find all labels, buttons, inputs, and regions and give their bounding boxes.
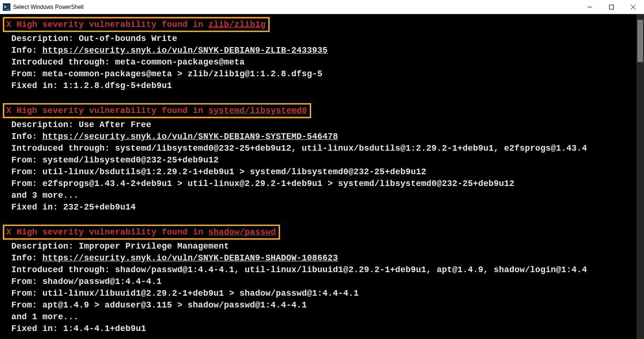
introduced-label: Introduced through: bbox=[11, 144, 115, 153]
info-line: Info: https://security.snyk.io/vuln/SNYK… bbox=[0, 131, 644, 143]
vuln-heading: X High severity vulnerability found in s… bbox=[3, 103, 311, 118]
from-path: From: meta-common-packages@meta > zlib/z… bbox=[11, 69, 322, 79]
from-path: From: apt@1.4.9 > adduser@3.115 > shadow… bbox=[11, 300, 307, 310]
from-path: From: shadow/passwd@1:4.4-4.1 bbox=[11, 277, 162, 286]
introduced-value: meta-common-packages@meta bbox=[115, 57, 245, 67]
info-url[interactable]: https://security.snyk.io/vuln/SNYK-DEBIA… bbox=[42, 253, 338, 263]
description-value: Improper Privilege Management bbox=[79, 242, 229, 251]
from-path: From: e2fsprogs@1.43.4-2+deb9u1 > util-l… bbox=[11, 179, 514, 188]
fixed-label: Fixed in: bbox=[11, 202, 63, 212]
introduced-line: Introduced through: systemd/libsystemd0@… bbox=[0, 143, 644, 154]
from-path: From: util-linux/bsdutils@1:2.29.2-1+deb… bbox=[11, 167, 426, 177]
fixed-line: Fixed in: 1:4.4-4.1+deb9u1 bbox=[0, 323, 644, 335]
scrollbar-thumb[interactable] bbox=[637, 20, 643, 62]
x-icon: X bbox=[6, 227, 11, 237]
introduced-label: Introduced through: bbox=[11, 57, 115, 67]
package-name: systemd/libsystemd0 bbox=[208, 106, 307, 115]
severity-text: High severity vulnerability found in bbox=[17, 106, 208, 115]
scrollbar-vertical[interactable] bbox=[636, 14, 644, 339]
from-line: From: shadow/passwd@1:4.4-4.1 bbox=[0, 276, 644, 288]
close-icon bbox=[631, 5, 636, 9]
terminal-output[interactable]: X High severity vulnerability found in z… bbox=[0, 14, 644, 339]
description-value: Use After Free bbox=[79, 120, 151, 129]
maximize-icon bbox=[609, 5, 614, 9]
vulnerability-block: X High severity vulnerability found in s… bbox=[0, 103, 644, 213]
severity-text: High severity vulnerability found in bbox=[17, 227, 208, 237]
introduced-label: Introduced through: bbox=[11, 265, 115, 274]
info-label: Info: bbox=[11, 46, 42, 55]
vuln-heading: X High severity vulnerability found in s… bbox=[3, 225, 280, 240]
info-url[interactable]: https://security.snyk.io/vuln/SNYK-DEBIA… bbox=[42, 132, 338, 141]
fixed-line: Fixed in: 232-25+deb9u14 bbox=[0, 202, 644, 213]
info-url[interactable]: https://security.snyk.io/vuln/SNYK-DEBIA… bbox=[42, 46, 328, 55]
x-icon: X bbox=[6, 20, 11, 29]
introduced-line: Introduced through: meta-common-packages… bbox=[0, 56, 644, 68]
vuln-heading: X High severity vulnerability found in z… bbox=[3, 17, 270, 32]
window-controls bbox=[579, 0, 644, 14]
info-line: Info: https://security.snyk.io/vuln/SNYK… bbox=[0, 45, 644, 56]
severity-text: High severity vulnerability found in bbox=[17, 20, 208, 29]
and-more-text: and 3 more... bbox=[11, 191, 79, 200]
info-label: Info: bbox=[11, 132, 42, 141]
description-value: Out-of-bounds Write bbox=[79, 34, 177, 43]
info-line: Info: https://security.snyk.io/vuln/SNYK… bbox=[0, 252, 644, 264]
vulnerability-block: X High severity vulnerability found in s… bbox=[0, 225, 644, 335]
introduced-line: Introduced through: shadow/passwd@1:4.4-… bbox=[0, 264, 644, 276]
powershell-icon: >_ bbox=[3, 3, 10, 11]
from-path: From: systemd/libsystemd0@232-25+deb9u12 bbox=[11, 155, 219, 165]
and-more-line: and 1 more... bbox=[0, 311, 644, 323]
description-line: Description: Out-of-bounds Write bbox=[0, 33, 644, 45]
and-more-line: and 3 more... bbox=[0, 190, 644, 202]
introduced-value: shadow/passwd@1:4.4-4.1, util-linux/libu… bbox=[115, 265, 587, 274]
minimize-button[interactable] bbox=[579, 0, 601, 14]
description-line: Description: Improper Privilege Manageme… bbox=[0, 241, 644, 252]
maximize-button[interactable] bbox=[601, 0, 622, 14]
fixed-value: 1:1.2.8.dfsg-5+deb9u1 bbox=[63, 81, 172, 90]
window-title: Select Windows PowerShell bbox=[13, 4, 579, 10]
vulnerability-block: X High severity vulnerability found in z… bbox=[0, 17, 644, 92]
from-line: From: e2fsprogs@1.43.4-2+deb9u1 > util-l… bbox=[0, 178, 644, 190]
from-path: From: util-linux/libuuid1@2.29.2-1+deb9u… bbox=[11, 289, 359, 298]
fixed-value: 1:4.4-4.1+deb9u1 bbox=[63, 324, 146, 333]
fixed-value: 232-25+deb9u14 bbox=[63, 202, 136, 212]
x-icon: X bbox=[6, 106, 11, 115]
description-line: Description: Use After Free bbox=[0, 119, 644, 131]
close-button[interactable] bbox=[622, 0, 644, 14]
from-line: From: util-linux/bsdutils@1:2.29.2-1+deb… bbox=[0, 166, 644, 178]
fixed-line: Fixed in: 1:1.2.8.dfsg-5+deb9u1 bbox=[0, 80, 644, 92]
window-titlebar[interactable]: >_ Select Windows PowerShell bbox=[0, 0, 644, 14]
minimize-icon bbox=[587, 5, 592, 9]
description-label: Description: bbox=[11, 242, 79, 251]
info-label: Info: bbox=[11, 253, 42, 263]
fixed-label: Fixed in: bbox=[11, 81, 63, 90]
from-line: From: meta-common-packages@meta > zlib/z… bbox=[0, 68, 644, 80]
introduced-value: systemd/libsystemd0@232-25+deb9u12, util… bbox=[115, 144, 587, 153]
package-name: zlib/zlib1g bbox=[208, 20, 265, 29]
and-more-text: and 1 more... bbox=[11, 312, 79, 322]
from-line: From: util-linux/libuuid1@2.29.2-1+deb9u… bbox=[0, 288, 644, 299]
fixed-label: Fixed in: bbox=[11, 324, 63, 333]
description-label: Description: bbox=[11, 120, 79, 129]
from-line: From: apt@1.4.9 > adduser@3.115 > shadow… bbox=[0, 299, 644, 311]
svg-rect-1 bbox=[610, 5, 614, 9]
package-name: shadow/passwd bbox=[208, 227, 276, 237]
description-label: Description: bbox=[11, 34, 79, 43]
from-line: From: systemd/libsystemd0@232-25+deb9u12 bbox=[0, 154, 644, 166]
